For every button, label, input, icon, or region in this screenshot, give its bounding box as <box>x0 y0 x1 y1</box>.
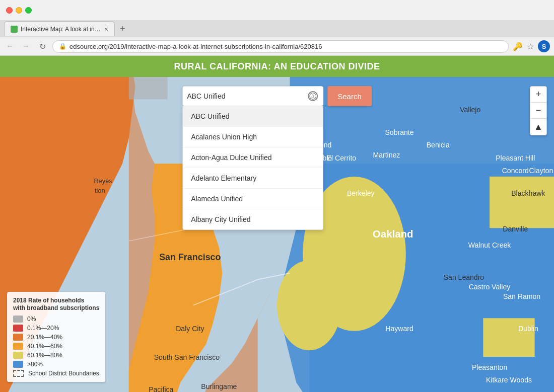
legend-item-20percent: 0.1%—20% <box>13 325 99 332</box>
district-dropdown: ABC Unified Acalanes Union High Acton-Ag… <box>182 106 323 230</box>
url-text: edsource.org/2019/interactive-map-a-look… <box>70 43 502 50</box>
svg-text:Pacifica: Pacifica <box>149 385 173 392</box>
district-search-input[interactable] <box>187 92 307 100</box>
dropdown-item-albany[interactable]: Albany City Unified <box>183 209 323 229</box>
legend-item-80percent: 60.1%—80% <box>13 352 99 359</box>
svg-text:Castro Valley: Castro Valley <box>469 283 511 291</box>
svg-text:South San Francisco: South San Francisco <box>154 353 220 361</box>
legend-label-80: 60.1%—80% <box>27 352 62 359</box>
svg-rect-4 <box>490 177 554 228</box>
tab-bar: Interactive Map: A look at inter... × + <box>0 20 554 37</box>
address-bar: ← → ↻ 🔒 edsource.org/2019/interactive-ma… <box>0 37 554 55</box>
svg-text:Dublin: Dublin <box>518 325 538 333</box>
new-tab-button[interactable]: + <box>117 24 128 34</box>
svg-text:Blackhawk: Blackhawk <box>511 189 545 197</box>
svg-text:Burlingame: Burlingame <box>201 382 237 390</box>
svg-text:Reyes: Reyes <box>94 177 112 185</box>
svg-text:San Francisco: San Francisco <box>159 252 221 262</box>
svg-text:Benicia: Benicia <box>427 141 450 149</box>
dropdown-item-acalanes[interactable]: Acalanes Union High <box>183 127 323 147</box>
title-bar <box>0 0 554 20</box>
svg-text:Pleasanton: Pleasanton <box>472 363 507 371</box>
reset-bearing-button[interactable]: ▲ <box>530 119 546 135</box>
svg-text:El Cerrito: El Cerrito <box>327 154 357 162</box>
legend-swatch-blue <box>13 361 23 368</box>
traffic-lights <box>6 7 32 14</box>
search-overlay: ABC Unified Acalanes Union High Acton-Ag… <box>182 86 372 106</box>
legend-label-over80: >80% <box>27 361 43 368</box>
clear-search-button[interactable] <box>307 90 319 102</box>
map-legend: 2018 Rate of households with broadband s… <box>7 292 105 382</box>
svg-text:Vallejo: Vallejo <box>460 106 480 114</box>
legend-boundary-icon <box>13 370 24 377</box>
svg-text:Sobrante: Sobrante <box>385 128 414 136</box>
svg-text:San Ramon: San Ramon <box>503 292 540 300</box>
legend-label-40: 20.1%—40% <box>27 334 62 341</box>
forward-button[interactable]: → <box>20 42 32 51</box>
browser-tab[interactable]: Interactive Map: A look at inter... × <box>4 21 115 36</box>
legend-title: 2018 Rate of households with broadband s… <box>13 297 99 312</box>
back-button[interactable]: ← <box>4 42 16 51</box>
svg-text:Kitkare Woods: Kitkare Woods <box>486 376 532 384</box>
svg-text:Clayton: Clayton <box>529 167 553 175</box>
fullscreen-window-button[interactable] <box>25 7 32 14</box>
tab-label: Interactive Map: A look at inter... <box>21 26 101 33</box>
bookmark-icon[interactable]: ☆ <box>527 42 534 51</box>
profile-icon[interactable]: S <box>538 40 550 52</box>
lock-icon: 🔒 <box>59 43 66 50</box>
svg-text:Daly City: Daly City <box>176 325 204 333</box>
dropdown-item-abc-unified[interactable]: ABC Unified <box>183 106 323 127</box>
svg-text:Concord: Concord <box>502 167 529 175</box>
map-container: Oakland Berkeley San Leandro Hayward Dan… <box>0 77 554 392</box>
legend-swatch-light-orange <box>13 343 23 350</box>
page-header: RURAL CALIFORNIA: AN EDUCATION DIVIDE <box>0 56 554 77</box>
svg-text:Walnut Creek: Walnut Creek <box>468 241 512 249</box>
legend-label-60: 40.1%—60% <box>27 343 62 350</box>
map-controls: + − ▲ <box>530 86 547 135</box>
search-container: ABC Unified Acalanes Union High Acton-Ag… <box>182 86 323 106</box>
svg-text:tion: tion <box>95 187 105 194</box>
key-icon[interactable]: 🔑 <box>513 42 523 51</box>
legend-label-20: 0.1%—20% <box>27 325 59 332</box>
tab-favicon <box>11 26 18 33</box>
svg-text:San Leandro: San Leandro <box>444 273 484 281</box>
dropdown-item-adelanto[interactable]: Adelanto Elementary <box>183 168 323 189</box>
legend-item-over80percent: >80% <box>13 361 99 368</box>
close-window-button[interactable] <box>6 7 13 14</box>
legend-swatch-red <box>13 325 23 332</box>
svg-text:Pleasant Hill: Pleasant Hill <box>496 154 535 162</box>
dropdown-item-acton[interactable]: Acton-Agua Dulce Unified <box>183 147 323 168</box>
svg-rect-5 <box>483 318 534 357</box>
minimize-window-button[interactable] <box>16 7 22 14</box>
svg-text:Oakland: Oakland <box>373 228 413 240</box>
clear-icon <box>308 91 318 101</box>
dropdown-item-alameda[interactable]: Alameda Unified <box>183 189 323 209</box>
refresh-button[interactable]: ↻ <box>36 42 48 51</box>
url-bar[interactable]: 🔒 edsource.org/2019/interactive-map-a-lo… <box>52 40 509 53</box>
legend-boundary: School District Boundaries <box>13 370 99 377</box>
legend-swatch-orange <box>13 334 23 341</box>
browser-chrome: Interactive Map: A look at inter... × + … <box>0 0 554 56</box>
svg-text:Danville: Danville <box>503 225 528 233</box>
svg-text:Martinez: Martinez <box>373 151 400 159</box>
legend-item-0percent: 0% <box>13 316 99 323</box>
legend-item-40percent: 20.1%—40% <box>13 334 99 341</box>
tab-close-button[interactable]: × <box>104 25 108 33</box>
search-button[interactable]: Search <box>327 86 372 106</box>
legend-boundary-label: School District Boundaries <box>28 370 99 377</box>
svg-rect-6 <box>129 77 168 99</box>
legend-item-60percent: 40.1%—60% <box>13 343 99 350</box>
svg-point-40 <box>310 93 316 100</box>
zoom-in-button[interactable]: + <box>530 87 546 103</box>
page-title: RURAL CALIFORNIA: AN EDUCATION DIVIDE <box>174 61 380 72</box>
toolbar-icons: 🔑 ☆ S <box>513 40 550 52</box>
search-input-wrapper <box>182 86 323 106</box>
svg-text:Hayward: Hayward <box>385 325 413 333</box>
legend-swatch-yellow <box>13 352 23 359</box>
zoom-out-button[interactable]: − <box>530 103 546 119</box>
legend-label-0: 0% <box>27 316 36 323</box>
svg-text:Berkeley: Berkeley <box>347 189 375 197</box>
legend-swatch-gray <box>13 316 23 323</box>
